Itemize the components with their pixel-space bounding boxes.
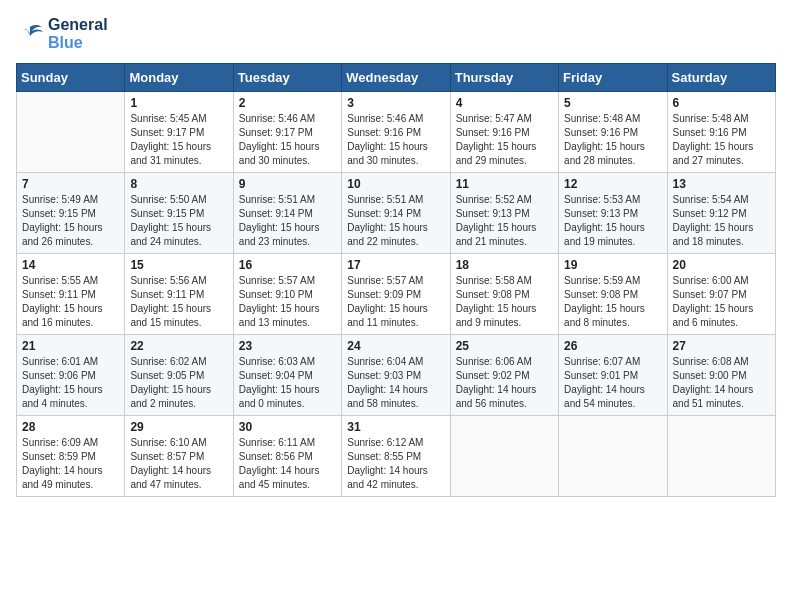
calendar-cell: 8Sunrise: 5:50 AM Sunset: 9:15 PM Daylig… (125, 173, 233, 254)
day-info: Sunrise: 6:07 AM Sunset: 9:01 PM Dayligh… (564, 355, 661, 411)
day-number: 7 (22, 177, 119, 191)
day-info: Sunrise: 5:49 AM Sunset: 9:15 PM Dayligh… (22, 193, 119, 249)
calendar-cell: 2Sunrise: 5:46 AM Sunset: 9:17 PM Daylig… (233, 92, 341, 173)
day-number: 2 (239, 96, 336, 110)
day-info: Sunrise: 5:58 AM Sunset: 9:08 PM Dayligh… (456, 274, 553, 330)
calendar-cell: 21Sunrise: 6:01 AM Sunset: 9:06 PM Dayli… (17, 335, 125, 416)
day-number: 21 (22, 339, 119, 353)
calendar-cell: 24Sunrise: 6:04 AM Sunset: 9:03 PM Dayli… (342, 335, 450, 416)
calendar-cell: 12Sunrise: 5:53 AM Sunset: 9:13 PM Dayli… (559, 173, 667, 254)
day-number: 24 (347, 339, 444, 353)
day-info: Sunrise: 6:06 AM Sunset: 9:02 PM Dayligh… (456, 355, 553, 411)
logo-bird-icon (16, 23, 44, 45)
calendar-cell: 15Sunrise: 5:56 AM Sunset: 9:11 PM Dayli… (125, 254, 233, 335)
day-info: Sunrise: 6:00 AM Sunset: 9:07 PM Dayligh… (673, 274, 770, 330)
day-info: Sunrise: 5:51 AM Sunset: 9:14 PM Dayligh… (239, 193, 336, 249)
calendar-cell: 13Sunrise: 5:54 AM Sunset: 9:12 PM Dayli… (667, 173, 775, 254)
calendar-cell (17, 92, 125, 173)
calendar-cell: 30Sunrise: 6:11 AM Sunset: 8:56 PM Dayli… (233, 416, 341, 497)
day-number: 3 (347, 96, 444, 110)
day-info: Sunrise: 5:56 AM Sunset: 9:11 PM Dayligh… (130, 274, 227, 330)
logo: General Blue (16, 16, 108, 51)
page-header: General Blue (16, 16, 776, 51)
day-number: 15 (130, 258, 227, 272)
day-info: Sunrise: 6:12 AM Sunset: 8:55 PM Dayligh… (347, 436, 444, 492)
calendar-cell: 16Sunrise: 5:57 AM Sunset: 9:10 PM Dayli… (233, 254, 341, 335)
day-number: 19 (564, 258, 661, 272)
calendar-cell: 11Sunrise: 5:52 AM Sunset: 9:13 PM Dayli… (450, 173, 558, 254)
day-info: Sunrise: 5:57 AM Sunset: 9:09 PM Dayligh… (347, 274, 444, 330)
day-info: Sunrise: 6:04 AM Sunset: 9:03 PM Dayligh… (347, 355, 444, 411)
calendar-cell: 14Sunrise: 5:55 AM Sunset: 9:11 PM Dayli… (17, 254, 125, 335)
day-number: 10 (347, 177, 444, 191)
day-info: Sunrise: 5:59 AM Sunset: 9:08 PM Dayligh… (564, 274, 661, 330)
day-number: 22 (130, 339, 227, 353)
day-number: 23 (239, 339, 336, 353)
day-header-thursday: Thursday (450, 64, 558, 92)
day-info: Sunrise: 5:51 AM Sunset: 9:14 PM Dayligh… (347, 193, 444, 249)
day-info: Sunrise: 6:03 AM Sunset: 9:04 PM Dayligh… (239, 355, 336, 411)
day-info: Sunrise: 5:48 AM Sunset: 9:16 PM Dayligh… (673, 112, 770, 168)
day-number: 1 (130, 96, 227, 110)
day-info: Sunrise: 5:55 AM Sunset: 9:11 PM Dayligh… (22, 274, 119, 330)
day-number: 11 (456, 177, 553, 191)
day-number: 12 (564, 177, 661, 191)
day-header-tuesday: Tuesday (233, 64, 341, 92)
day-info: Sunrise: 5:48 AM Sunset: 9:16 PM Dayligh… (564, 112, 661, 168)
day-number: 14 (22, 258, 119, 272)
calendar-cell: 25Sunrise: 6:06 AM Sunset: 9:02 PM Dayli… (450, 335, 558, 416)
calendar-cell: 4Sunrise: 5:47 AM Sunset: 9:16 PM Daylig… (450, 92, 558, 173)
day-info: Sunrise: 5:46 AM Sunset: 9:17 PM Dayligh… (239, 112, 336, 168)
calendar-cell: 31Sunrise: 6:12 AM Sunset: 8:55 PM Dayli… (342, 416, 450, 497)
day-header-sunday: Sunday (17, 64, 125, 92)
day-info: Sunrise: 5:54 AM Sunset: 9:12 PM Dayligh… (673, 193, 770, 249)
calendar-cell: 3Sunrise: 5:46 AM Sunset: 9:16 PM Daylig… (342, 92, 450, 173)
day-number: 28 (22, 420, 119, 434)
calendar-week-row: 21Sunrise: 6:01 AM Sunset: 9:06 PM Dayli… (17, 335, 776, 416)
calendar-cell: 18Sunrise: 5:58 AM Sunset: 9:08 PM Dayli… (450, 254, 558, 335)
day-number: 6 (673, 96, 770, 110)
day-header-wednesday: Wednesday (342, 64, 450, 92)
day-header-friday: Friday (559, 64, 667, 92)
calendar-cell: 19Sunrise: 5:59 AM Sunset: 9:08 PM Dayli… (559, 254, 667, 335)
day-info: Sunrise: 5:47 AM Sunset: 9:16 PM Dayligh… (456, 112, 553, 168)
calendar-cell: 23Sunrise: 6:03 AM Sunset: 9:04 PM Dayli… (233, 335, 341, 416)
day-header-monday: Monday (125, 64, 233, 92)
calendar-cell: 26Sunrise: 6:07 AM Sunset: 9:01 PM Dayli… (559, 335, 667, 416)
day-number: 16 (239, 258, 336, 272)
calendar-cell: 17Sunrise: 5:57 AM Sunset: 9:09 PM Dayli… (342, 254, 450, 335)
calendar-cell (559, 416, 667, 497)
day-number: 9 (239, 177, 336, 191)
calendar-cell: 28Sunrise: 6:09 AM Sunset: 8:59 PM Dayli… (17, 416, 125, 497)
calendar-table: SundayMondayTuesdayWednesdayThursdayFrid… (16, 63, 776, 497)
day-number: 5 (564, 96, 661, 110)
calendar-week-row: 7Sunrise: 5:49 AM Sunset: 9:15 PM Daylig… (17, 173, 776, 254)
calendar-cell: 27Sunrise: 6:08 AM Sunset: 9:00 PM Dayli… (667, 335, 775, 416)
day-number: 31 (347, 420, 444, 434)
calendar-cell: 20Sunrise: 6:00 AM Sunset: 9:07 PM Dayli… (667, 254, 775, 335)
day-number: 20 (673, 258, 770, 272)
day-number: 26 (564, 339, 661, 353)
calendar-week-row: 28Sunrise: 6:09 AM Sunset: 8:59 PM Dayli… (17, 416, 776, 497)
day-info: Sunrise: 6:02 AM Sunset: 9:05 PM Dayligh… (130, 355, 227, 411)
day-info: Sunrise: 5:45 AM Sunset: 9:17 PM Dayligh… (130, 112, 227, 168)
day-number: 25 (456, 339, 553, 353)
day-info: Sunrise: 6:09 AM Sunset: 8:59 PM Dayligh… (22, 436, 119, 492)
calendar-week-row: 14Sunrise: 5:55 AM Sunset: 9:11 PM Dayli… (17, 254, 776, 335)
calendar-week-row: 1Sunrise: 5:45 AM Sunset: 9:17 PM Daylig… (17, 92, 776, 173)
calendar-cell: 6Sunrise: 5:48 AM Sunset: 9:16 PM Daylig… (667, 92, 775, 173)
day-info: Sunrise: 6:10 AM Sunset: 8:57 PM Dayligh… (130, 436, 227, 492)
day-number: 13 (673, 177, 770, 191)
calendar-header-row: SundayMondayTuesdayWednesdayThursdayFrid… (17, 64, 776, 92)
calendar-cell: 1Sunrise: 5:45 AM Sunset: 9:17 PM Daylig… (125, 92, 233, 173)
calendar-cell: 29Sunrise: 6:10 AM Sunset: 8:57 PM Dayli… (125, 416, 233, 497)
calendar-cell (450, 416, 558, 497)
day-number: 27 (673, 339, 770, 353)
day-info: Sunrise: 5:57 AM Sunset: 9:10 PM Dayligh… (239, 274, 336, 330)
day-info: Sunrise: 5:53 AM Sunset: 9:13 PM Dayligh… (564, 193, 661, 249)
day-info: Sunrise: 5:50 AM Sunset: 9:15 PM Dayligh… (130, 193, 227, 249)
calendar-cell: 7Sunrise: 5:49 AM Sunset: 9:15 PM Daylig… (17, 173, 125, 254)
day-number: 17 (347, 258, 444, 272)
day-info: Sunrise: 5:46 AM Sunset: 9:16 PM Dayligh… (347, 112, 444, 168)
calendar-cell (667, 416, 775, 497)
